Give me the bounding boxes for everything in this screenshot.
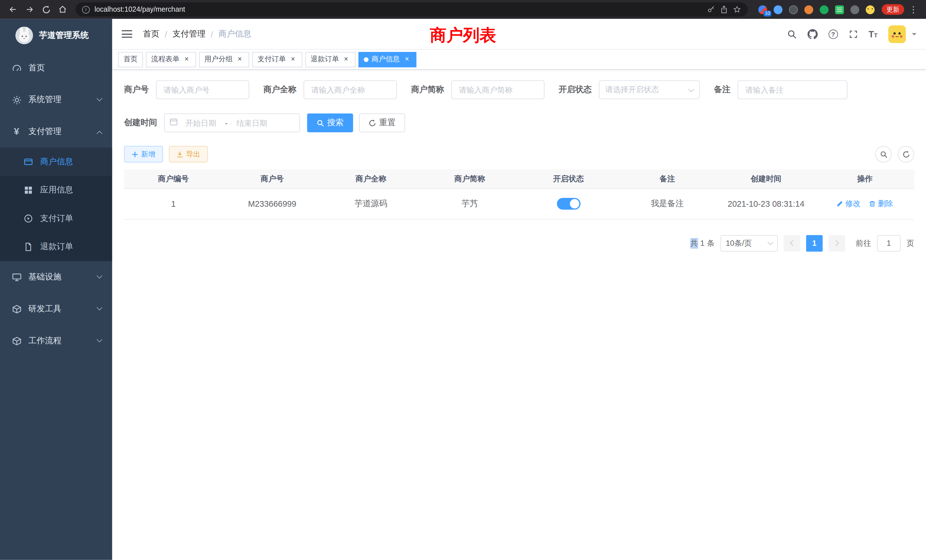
- col-header: 商户编号: [124, 170, 222, 188]
- merchant-name-input[interactable]: [304, 80, 397, 99]
- home-icon[interactable]: [56, 3, 70, 16]
- sidebar-item-app-info[interactable]: 应用信息: [0, 176, 112, 204]
- browser-update-button[interactable]: 更新: [882, 4, 904, 15]
- reset-button[interactable]: 重置: [359, 114, 405, 132]
- end-date-input[interactable]: [230, 118, 274, 128]
- sidebar-item-pay[interactable]: ¥ 支付管理: [0, 116, 112, 148]
- search-button[interactable]: 搜索: [307, 114, 353, 132]
- back-icon[interactable]: [6, 3, 20, 16]
- filter-merchant-name: 商户全称: [263, 80, 397, 99]
- font-size-icon[interactable]: TT: [869, 30, 878, 38]
- screen: i localhost:1024/pay/merchant 10 更新 ⋮: [0, 0, 926, 560]
- page-size-select[interactable]: 10条/页: [720, 235, 778, 251]
- sidebar-item-home[interactable]: 首页: [0, 52, 112, 84]
- sidebar-item-label: 系统管理: [28, 94, 61, 105]
- sidebar-item-pay-order[interactable]: 支付订单: [0, 204, 112, 233]
- breadcrumb-home[interactable]: 首页: [143, 29, 159, 39]
- forward-icon[interactable]: [23, 3, 37, 16]
- sidebar-item-refund-order[interactable]: 退款订单: [0, 233, 112, 261]
- tags-view: 首页 流程表单× 用户分组× 支付订单× 退款订单× 商户信息×: [112, 50, 926, 70]
- search-icon[interactable]: [787, 29, 797, 39]
- chevron-down-icon: [688, 86, 694, 92]
- pencil-icon: [837, 200, 844, 207]
- tab-pay-order[interactable]: 支付订单×: [252, 51, 303, 67]
- close-icon[interactable]: ×: [403, 55, 411, 64]
- navbar-actions: ? TT: [787, 25, 917, 43]
- user-avatar[interactable]: [888, 25, 906, 43]
- extension-icon[interactable]: 10: [758, 5, 767, 14]
- sidebar-item-devtool[interactable]: 研发工具: [0, 293, 112, 325]
- col-header: 商户全称: [322, 170, 420, 188]
- extension-icon[interactable]: [835, 5, 844, 14]
- sidebar-item-label: 研发工具: [28, 304, 61, 314]
- close-icon[interactable]: ×: [289, 55, 297, 64]
- edit-link[interactable]: 修改: [837, 198, 861, 209]
- help-icon[interactable]: ?: [829, 29, 838, 39]
- chevron-down-icon: [97, 304, 103, 310]
- box-icon: [11, 336, 22, 346]
- sidebar-item-system[interactable]: 系统管理: [0, 84, 112, 116]
- close-icon[interactable]: ×: [183, 55, 191, 64]
- extension-icon[interactable]: [789, 5, 798, 14]
- reload-icon[interactable]: [39, 3, 53, 16]
- extension-icon[interactable]: [820, 5, 829, 14]
- sidebar-item-infra[interactable]: 基础设施: [0, 261, 112, 293]
- refresh-icon[interactable]: [898, 146, 914, 162]
- monitor-icon: [11, 272, 22, 282]
- next-page-button[interactable]: [829, 235, 845, 251]
- delete-link[interactable]: 删除: [869, 198, 893, 209]
- page-button-1[interactable]: 1: [806, 235, 823, 251]
- tab-merchant-info[interactable]: 商户信息×: [359, 51, 416, 67]
- password-key-icon[interactable]: [707, 5, 715, 14]
- bookmark-star-icon[interactable]: [733, 5, 741, 14]
- merchant-short-name-input[interactable]: [451, 80, 545, 99]
- tab-refund-order[interactable]: 退款订单×: [305, 51, 356, 67]
- browser-menu-icon[interactable]: ⋮: [906, 4, 920, 15]
- url-bar[interactable]: i localhost:1024/pay/merchant: [76, 2, 747, 17]
- extension-badge: 10: [764, 10, 772, 16]
- sidebar-item-label: 工作流程: [28, 336, 61, 346]
- sidebar-item-merchant-info[interactable]: 商户信息: [0, 148, 112, 176]
- hamburger-icon[interactable]: [122, 30, 132, 38]
- chevron-down-icon: [97, 336, 103, 342]
- fullscreen-icon[interactable]: [849, 29, 858, 39]
- tab-user-group[interactable]: 用户分组×: [199, 51, 249, 67]
- tab-flow-form[interactable]: 流程表单×: [146, 51, 196, 67]
- status-toggle[interactable]: [557, 198, 581, 210]
- date-range-picker[interactable]: -: [164, 114, 300, 132]
- add-button[interactable]: 新增: [124, 146, 163, 162]
- tab-home[interactable]: 首页: [118, 51, 143, 67]
- app-logo[interactable]: 芋道管理系统: [0, 19, 112, 52]
- navbar: 首页 支付管理 商户信息 商户列表 ?: [112, 19, 926, 50]
- goto-page-input[interactable]: [877, 235, 900, 251]
- toggle-search-icon[interactable]: [875, 146, 892, 162]
- prev-page-button[interactable]: [784, 235, 800, 251]
- app-title: 芋道管理系统: [39, 30, 89, 41]
- col-header: 商户号: [222, 170, 321, 188]
- extension-icon[interactable]: [774, 5, 782, 14]
- sidebar-item-label: 应用信息: [40, 185, 73, 195]
- status-select[interactable]: 请选择开启状态: [599, 80, 700, 99]
- extension-icon[interactable]: [804, 5, 813, 14]
- cell-actions: 修改 删除: [816, 188, 914, 219]
- merchant-no-input[interactable]: [156, 80, 249, 99]
- close-icon[interactable]: ×: [236, 55, 244, 64]
- github-icon[interactable]: [807, 29, 818, 39]
- box-icon: [11, 304, 22, 314]
- breadcrumb-pay[interactable]: 支付管理: [172, 29, 206, 39]
- total-count: 共 1 条: [690, 238, 714, 248]
- start-date-input[interactable]: [179, 118, 222, 128]
- chevron-right-icon: [833, 240, 839, 246]
- avatar-caret-icon[interactable]: [912, 33, 917, 38]
- share-icon[interactable]: [720, 5, 728, 14]
- extension-icon[interactable]: [850, 5, 859, 14]
- page-annotation: 商户列表: [430, 24, 496, 47]
- export-button[interactable]: 导出: [169, 146, 208, 162]
- close-icon[interactable]: ×: [342, 55, 350, 64]
- extension-icon[interactable]: [866, 5, 875, 14]
- sidebar-item-workflow[interactable]: 工作流程: [0, 325, 112, 357]
- filter-create-time: 创建时间 -: [124, 114, 300, 132]
- remark-input[interactable]: [738, 80, 847, 99]
- site-info-icon[interactable]: i: [82, 6, 90, 14]
- dashboard-icon: [11, 63, 22, 73]
